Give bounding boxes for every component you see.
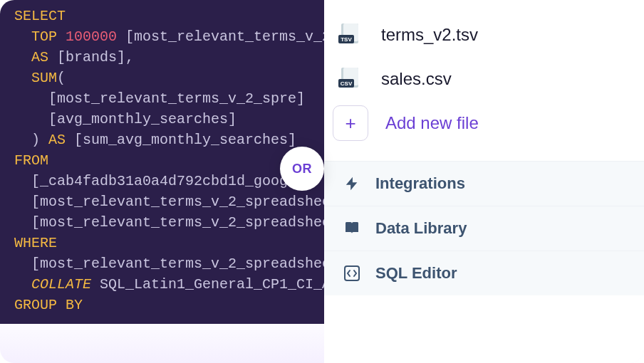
svg-text:TSV: TSV — [341, 36, 352, 43]
or-label: OR — [292, 162, 312, 177]
sql-editor-panel[interactable]: SELECT TOP 100000 [most_relevant_terms_v… — [0, 0, 324, 324]
bolt-icon — [343, 174, 361, 193]
svg-text:CSV: CSV — [341, 80, 353, 87]
file-row[interactable]: TSV terms_v2.tsv — [338, 13, 630, 57]
plus-icon: + — [345, 112, 355, 135]
add-file-label: Add new file — [385, 113, 479, 133]
code-line: [most_relevant_terms_v_2_spreadsheet] — [14, 191, 324, 212]
nav-list: IntegrationsData LibrarySQL Editor — [324, 161, 644, 295]
nav-item-integrations[interactable]: Integrations — [324, 162, 644, 206]
nav-item-data-library[interactable]: Data Library — [324, 206, 644, 251]
code-line: SUM( — [14, 68, 324, 88]
tsv-file-icon: TSV — [338, 22, 364, 48]
side-panel: TSV terms_v2.tsv CSV sales.csv + Add new… — [324, 0, 644, 363]
nav-item-sql-editor[interactable]: SQL Editor — [324, 251, 644, 295]
or-badge: OR — [280, 147, 324, 191]
file-list: TSV terms_v2.tsv CSV sales.csv — [324, 13, 644, 101]
code-line: ) AS [sum_avg_monthly_searches] — [14, 130, 324, 150]
code-icon — [343, 264, 361, 283]
nav-label: Data Library — [375, 219, 467, 238]
file-name: terms_v2.tsv — [381, 25, 478, 45]
file-name: sales.csv — [381, 69, 452, 89]
code-line: SELECT — [14, 6, 324, 26]
code-line: [_cab4fadb31a0a4d792cbd1d_google] — [14, 171, 324, 191]
code-line: [most_relevant_terms_v_2_spreadsheet] — [14, 253, 324, 274]
file-row[interactable]: CSV sales.csv — [338, 57, 630, 101]
add-file-row[interactable]: + Add new file — [324, 101, 644, 145]
code-line: AS [brands], — [14, 47, 324, 68]
code-line: COLLATE SQL_Latin1_General_CP1_CI_AS — [14, 274, 324, 295]
code-line: GROUP BY — [14, 295, 324, 315]
code-line: [most_relevant_terms_v_2_spre] — [14, 88, 324, 109]
nav-label: SQL Editor — [375, 264, 457, 283]
code-line: [most_relevant_terms_v_2_spreadsheet] — [14, 212, 324, 233]
app-container: SELECT TOP 100000 [most_relevant_terms_v… — [0, 0, 644, 363]
code-line: FROM — [14, 150, 324, 171]
csv-file-icon: CSV — [338, 66, 364, 92]
book-icon — [343, 219, 361, 238]
nav-label: Integrations — [375, 174, 465, 193]
add-file-button[interactable]: + — [333, 105, 368, 141]
code-line: TOP 100000 [most_relevant_terms_v_2_spre… — [14, 26, 324, 47]
code-line: WHERE — [14, 233, 324, 253]
code-line: [avg_monthly_searches] — [14, 109, 324, 130]
